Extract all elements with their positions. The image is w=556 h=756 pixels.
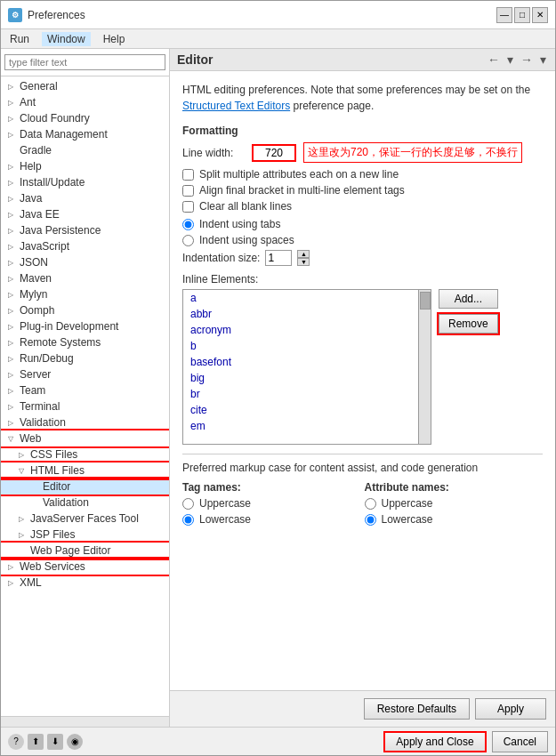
sidebar-item-xml[interactable]: ▷ XML <box>1 575 169 591</box>
indent-spaces-row: Indent using spaces <box>182 234 543 246</box>
chevron-right-icon: ▷ <box>8 387 17 395</box>
nav-forward-dropdown-button[interactable]: ▾ <box>538 52 548 67</box>
menu-run[interactable]: Run <box>4 32 35 46</box>
indent-tabs-radio[interactable] <box>182 219 194 230</box>
footer-buttons: Apply and Close Cancel <box>383 731 548 752</box>
help-icon[interactable]: ? <box>8 734 24 750</box>
settings-icon[interactable]: ◉ <box>67 734 83 750</box>
sidebar-scrollbar[interactable] <box>1 716 169 727</box>
sidebar-item-label: Editor <box>43 480 70 493</box>
sidebar-item-label: JSON <box>20 256 48 269</box>
sidebar-item-java[interactable]: ▷ Java <box>1 190 169 206</box>
export-icon[interactable]: ⬆ <box>28 734 44 750</box>
sidebar-item-html-files[interactable]: ▽ HTML Files <box>1 462 169 479</box>
chevron-right-icon: ▷ <box>8 403 17 411</box>
nav-back-button[interactable]: ← <box>486 52 502 67</box>
sidebar-item-run-debug[interactable]: ▷ Run/Debug <box>1 350 169 366</box>
line-width-input[interactable] <box>252 144 296 162</box>
apply-button[interactable]: Apply <box>475 698 546 720</box>
sidebar-item-editor[interactable]: ▷ Editor <box>1 479 169 495</box>
indentation-size-input[interactable] <box>265 250 292 266</box>
indent-spaces-radio[interactable] <box>182 235 194 246</box>
sidebar-item-help[interactable]: ▷ Help <box>1 158 169 174</box>
sidebar-item-jsp-files[interactable]: ▷ JSP Files <box>1 527 169 543</box>
list-item[interactable]: abbr <box>183 306 431 322</box>
indentation-decrement-button[interactable]: ▼ <box>297 258 310 266</box>
search-input[interactable] <box>4 54 165 70</box>
nav-dropdown-button[interactable]: ▾ <box>505 52 515 67</box>
sidebar-item-label: Web Page Editor <box>30 544 111 557</box>
sidebar-item-oomph[interactable]: ▷ Oomph <box>1 302 169 318</box>
sidebar-item-validation-top[interactable]: ▷ Validation <box>1 414 169 430</box>
apply-and-close-button[interactable]: Apply and Close <box>383 731 486 752</box>
sidebar-item-label: Mylyn <box>20 288 47 301</box>
list-item[interactable]: acronym <box>183 322 431 338</box>
cancel-button[interactable]: Cancel <box>492 731 548 752</box>
sidebar-item-plugin-dev[interactable]: ▷ Plug-in Development <box>1 318 169 334</box>
sidebar-item-java-ee[interactable]: ▷ Java EE <box>1 206 169 222</box>
chevron-down-icon: ▽ <box>8 435 17 443</box>
title-bar-left: ⚙ Preferences <box>8 8 85 22</box>
sidebar-item-label: Run/Debug <box>20 352 74 365</box>
list-item[interactable]: b <box>183 338 431 354</box>
sidebar-item-general[interactable]: ▷ General <box>1 78 169 94</box>
sidebar-item-gradle[interactable]: ▷ Gradle <box>1 142 169 158</box>
sidebar-item-terminal[interactable]: ▷ Terminal <box>1 398 169 414</box>
add-element-button[interactable]: Add... <box>439 289 498 309</box>
import-icon[interactable]: ⬇ <box>47 734 63 750</box>
sidebar-item-validation-sub[interactable]: ▷ Validation <box>1 495 169 511</box>
list-item[interactable]: basefont <box>183 354 431 370</box>
sidebar-item-web-page-editor[interactable]: ▷ Web Page Editor <box>1 543 169 559</box>
restore-defaults-button[interactable]: Restore Defaults <box>364 698 470 720</box>
sidebar-item-css-files[interactable]: ▷ CSS Files <box>1 446 169 462</box>
chevron-right-icon: ▷ <box>8 131 17 139</box>
sidebar-item-ant[interactable]: ▷ Ant <box>1 94 169 110</box>
list-scrollbar[interactable] <box>418 290 431 444</box>
sidebar-item-server[interactable]: ▷ Server <box>1 366 169 382</box>
list-item[interactable]: a <box>183 290 431 306</box>
split-attrs-checkbox[interactable] <box>182 169 194 181</box>
tag-uppercase-radio[interactable] <box>182 498 194 510</box>
sidebar-item-label: Validation <box>43 496 89 509</box>
attr-uppercase-radio[interactable] <box>365 498 376 510</box>
footer-icons: ? ⬆ ⬇ ◉ <box>8 734 83 750</box>
sidebar-item-cloud-foundry[interactable]: ▷ Cloud Foundry <box>1 110 169 126</box>
align-final-checkbox[interactable] <box>182 185 194 197</box>
sidebar-item-data-management[interactable]: ▷ Data Management <box>1 126 169 142</box>
list-item[interactable]: cite <box>183 402 431 418</box>
inline-elements-label: Inline Elements: <box>182 273 543 286</box>
menu-window[interactable]: Window <box>42 32 91 46</box>
structured-text-link[interactable]: Structured Text Editors <box>182 100 290 112</box>
list-item[interactable]: em <box>183 418 431 434</box>
list-item[interactable]: big <box>183 370 431 386</box>
split-attrs-label: Split multiple attributes each on a new … <box>199 168 399 181</box>
sidebar-item-javascript[interactable]: ▷ JavaScript <box>1 238 169 254</box>
tag-lowercase-radio[interactable] <box>182 514 194 526</box>
tag-upper-row: Uppercase <box>182 497 361 510</box>
sidebar-item-json[interactable]: ▷ JSON <box>1 254 169 270</box>
indent-tabs-row: Indent using tabs <box>182 218 543 230</box>
sidebar-item-label: HTML Files <box>30 464 85 477</box>
close-button[interactable]: ✕ <box>532 7 548 23</box>
clear-blank-checkbox[interactable] <box>182 201 194 213</box>
chevron-right-icon: ▷ <box>8 83 17 91</box>
sidebar-item-web[interactable]: ▽ Web <box>1 430 169 446</box>
sidebar-item-jsf-tool[interactable]: ▷ JavaServer Faces Tool <box>1 511 169 527</box>
nav-forward-button[interactable]: → <box>519 52 535 67</box>
sidebar-item-team[interactable]: ▷ Team <box>1 382 169 398</box>
indentation-increment-button[interactable]: ▲ <box>297 250 310 258</box>
remove-element-button[interactable]: Remove <box>439 314 498 334</box>
sidebar-item-label: Data Management <box>20 128 108 141</box>
minimize-button[interactable]: — <box>496 7 512 23</box>
sidebar-item-web-services[interactable]: ▷ Web Services <box>1 559 169 575</box>
sidebar-item-mylyn[interactable]: ▷ Mylyn <box>1 286 169 302</box>
sidebar-item-label: XML <box>20 576 42 589</box>
sidebar-item-maven[interactable]: ▷ Maven <box>1 270 169 286</box>
menu-help[interactable]: Help <box>98 32 131 46</box>
sidebar-item-remote-systems[interactable]: ▷ Remote Systems <box>1 334 169 350</box>
sidebar-item-java-persistence[interactable]: ▷ Java Persistence <box>1 222 169 238</box>
maximize-button[interactable]: □ <box>514 7 530 23</box>
sidebar-item-install-update[interactable]: ▷ Install/Update <box>1 174 169 190</box>
attr-lowercase-radio[interactable] <box>365 514 376 526</box>
list-item[interactable]: br <box>183 386 431 402</box>
